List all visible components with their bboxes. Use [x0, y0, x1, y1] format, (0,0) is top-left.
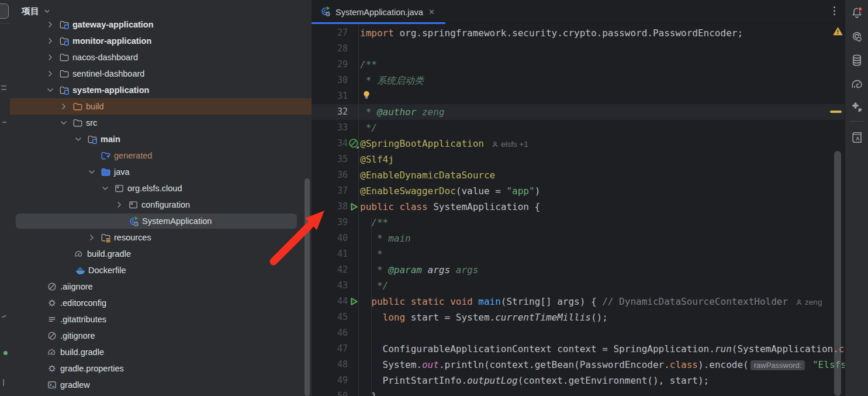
chevron-down-icon[interactable]	[46, 82, 55, 98]
error-stripe-mark[interactable]	[830, 111, 842, 113]
chevron-down-icon[interactable]	[101, 180, 110, 197]
tree-row-systemapplication[interactable]: SystemApplication	[10, 213, 312, 229]
folder-icon	[59, 66, 70, 82]
tree-row-resources[interactable]: resources	[10, 229, 312, 246]
tree-row-nacos-dashboard[interactable]: nacos-dashboard	[10, 49, 312, 66]
code-line-42: 42 * @param args args	[312, 262, 845, 278]
module-folder-icon	[59, 33, 70, 49]
tree-row-build-gradle[interactable]: build.gradle	[10, 344, 312, 360]
line-number: 29	[312, 57, 348, 73]
chevron-right-icon[interactable]	[59, 98, 68, 115]
tree-row-src[interactable]: src	[10, 115, 312, 131]
tree-row-generated[interactable]: *generated	[10, 147, 312, 164]
chevron-right-icon[interactable]	[46, 66, 55, 82]
module-folder-icon	[87, 131, 98, 147]
parameter-hint-chip: rawPassword:	[751, 360, 805, 370]
chevron-right-icon[interactable]	[115, 197, 124, 213]
code-line-45: 45 long start = System.currentTimeMillis…	[312, 309, 845, 325]
tree-row--aiignore[interactable]: .aiignore	[10, 278, 312, 295]
left-toolbar-strip	[0, 0, 11, 396]
spring-bean-gutter-icon[interactable]	[348, 138, 359, 149]
gradle-tool-icon[interactable]	[849, 75, 865, 92]
line-number: 49	[312, 373, 348, 388]
springboot-class-icon	[129, 213, 139, 229]
line-number: 31	[312, 88, 348, 104]
line-number: 32	[312, 104, 348, 120]
ai-assistant-icon[interactable]	[849, 29, 865, 45]
tree-row-gradlew[interactable]: gradlew	[10, 377, 312, 393]
services-green-dot	[4, 351, 8, 355]
close-tab-icon[interactable]: ✕	[428, 8, 435, 16]
tree-row-gradle-properties[interactable]: gradle.properties	[10, 360, 312, 377]
code-line-46: 46	[312, 325, 845, 341]
tree-row--gitattributes[interactable]: .gitattributes	[10, 311, 312, 328]
tree-row-java[interactable]: java	[10, 164, 312, 180]
tree-item-label: main	[101, 131, 120, 147]
code-vision-author: elsfs +1	[492, 140, 528, 149]
line-number: 28	[312, 41, 348, 57]
chevron-down-icon[interactable]	[87, 164, 96, 180]
project-tree: gateway-applicationmonitor-applicationna…	[10, 0, 312, 396]
toolbar-fragment	[1, 89, 6, 90]
tree-scrollbar[interactable]	[305, 178, 310, 396]
run-gutter-icon[interactable]	[348, 201, 359, 212]
gradle-icon	[74, 246, 84, 262]
notifications-bell-icon[interactable]	[849, 5, 865, 21]
tree-row-dockerfile[interactable]: Dockerfile	[10, 262, 312, 278]
chevron-right-icon[interactable]	[46, 49, 55, 66]
tree-row-monitor-application[interactable]: monitor-application	[10, 33, 312, 49]
code-text: @EnableSwaggerDoc(value = "app")	[360, 183, 540, 199]
code-line-35: 35@Slf4j	[312, 151, 845, 167]
tree-row-system-application[interactable]: system-application	[10, 82, 312, 98]
code-text: @Slf4j	[360, 151, 394, 167]
run-gutter-icon[interactable]	[348, 296, 359, 307]
code-area[interactable]: 27import org.springframework.security.cr…	[312, 24, 845, 396]
gradle-icon	[47, 344, 57, 360]
inspection-warning-icon[interactable]	[833, 26, 843, 36]
database-icon[interactable]	[849, 52, 865, 68]
editor-scrollbar[interactable]	[834, 151, 841, 396]
dependencies-icon[interactable]	[849, 99, 865, 115]
toolbar-fragment	[2, 315, 6, 318]
tree-row--gitignore[interactable]: .gitignore	[10, 328, 312, 344]
documentation-book-icon[interactable]: A	[849, 129, 865, 146]
chevron-right-icon[interactable]	[46, 33, 55, 49]
tree-item-label: .editorconfig	[60, 295, 106, 311]
chevron-down-icon[interactable]	[59, 115, 68, 131]
tree-row-sentinel-dashboard[interactable]: sentinel-dashboard	[10, 66, 312, 82]
code-line-33: 33 */	[312, 120, 845, 136]
tree-row-main[interactable]: main	[10, 131, 312, 147]
code-text: public class SystemApplication {	[360, 199, 540, 215]
tree-row-build-gradle[interactable]: build.gradle	[10, 246, 312, 262]
toolbar-divider	[850, 121, 864, 122]
project-toolwindow-button[interactable]	[0, 4, 9, 19]
tab-systemapplication-java[interactable]: SystemApplication.java ✕	[312, 0, 445, 24]
line-number: 44	[312, 294, 348, 309]
code-text: *	[360, 246, 383, 262]
line-number: 37	[312, 183, 348, 199]
tree-row-configuration[interactable]: configuration	[10, 197, 312, 213]
code-text: * @author zeng	[360, 104, 445, 120]
chevron-down-icon[interactable]	[74, 131, 83, 147]
terminal-file-icon	[47, 377, 57, 393]
tree-row--editorconfig[interactable]: .editorconfig	[10, 295, 312, 311]
code-line-38: 38public class SystemApplication {	[312, 199, 845, 215]
editor-tab-bar: SystemApplication.java ✕	[312, 0, 845, 24]
chevron-right-icon[interactable]	[46, 16, 55, 33]
chevron-right-icon[interactable]	[87, 229, 96, 246]
line-number: 33	[312, 120, 348, 136]
tree-item-label: .aiignore	[60, 278, 93, 295]
folder-icon	[72, 115, 83, 131]
gear-file-icon	[47, 360, 57, 377]
line-number: 42	[312, 262, 348, 278]
editor-options-kebab-icon[interactable]	[832, 5, 836, 16]
line-number: 40	[312, 230, 348, 246]
code-line-43: 43 */	[312, 278, 845, 294]
tree-row-org-elsfs-cloud[interactable]: org.elsfs.cloud	[10, 180, 312, 197]
tree-row-build[interactable]: build	[10, 98, 312, 115]
tree-item-label: src	[86, 115, 97, 131]
intention-bulb-icon[interactable]	[361, 89, 372, 100]
tree-row-gateway-application[interactable]: gateway-application	[10, 16, 312, 33]
toolbar-fragment	[3, 379, 4, 386]
tree-item-label: gradlew	[60, 377, 90, 393]
